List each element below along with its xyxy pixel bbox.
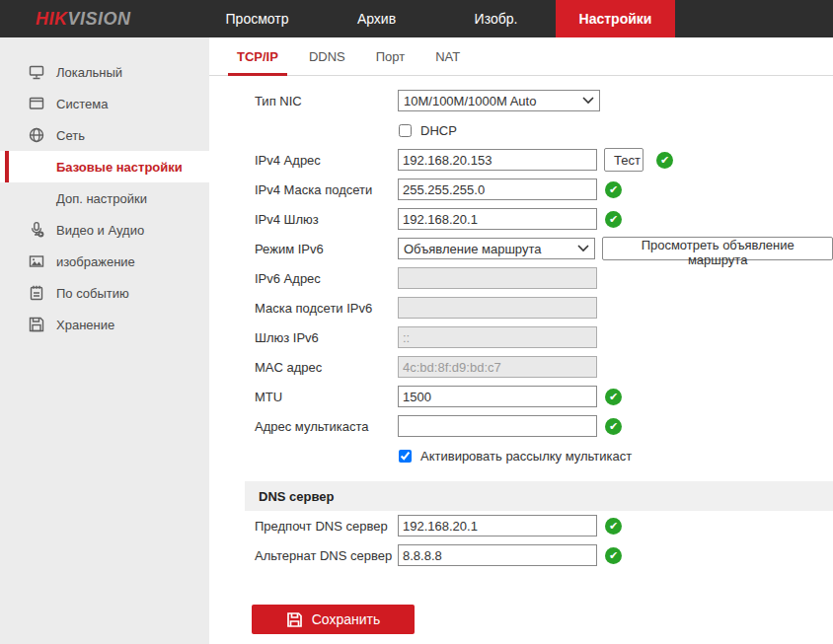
dns-section-header: DNS сервер [245, 481, 833, 511]
mac-address-row: MAC адрес [209, 352, 833, 382]
sidebar-item-label: Доп. настройки [56, 191, 147, 206]
storage-icon [28, 316, 45, 333]
view-route-advertisement-button[interactable]: Просмотреть объявление маршрута [602, 237, 833, 260]
nav-tab-live-view[interactable]: Просмотр [197, 0, 317, 37]
preferred-dns-input[interactable] [398, 515, 597, 537]
sidebar-item-label: Базовые настройки [56, 160, 183, 175]
valid-check-icon: ✔ [605, 418, 622, 435]
sidebar-item-network[interactable]: Сеть [0, 119, 209, 151]
main-content: TCP/IP DDNS Порт NAT Тип NIC 10M/100M/10… [209, 37, 833, 644]
nic-type-row: Тип NIC 10M/100M/1000M Auto [209, 86, 833, 115]
sidebar-item-advanced-settings[interactable]: Доп. настройки [0, 182, 209, 214]
image-icon [28, 252, 45, 270]
globe-icon [28, 126, 45, 144]
chevron-down-icon [577, 245, 589, 252]
save-button-label: Сохранить [312, 611, 381, 627]
window-icon [28, 95, 45, 112]
tab-nat[interactable]: NAT [426, 37, 469, 75]
alternate-dns-input[interactable] [398, 544, 597, 566]
hikvision-settings-page: HIKVISION Просмотр Архив Изобр. Настройк… [0, 0, 833, 644]
ipv4-address-input[interactable] [398, 149, 597, 171]
sidebar-item-label: изображение [56, 254, 135, 269]
sidebar-item-label: Система [56, 97, 108, 111]
ipv4-mask-label: IPv4 Маска подсети [255, 182, 398, 197]
sidebar-item-system[interactable]: Система [0, 88, 209, 119]
dhcp-label[interactable]: DHCP [420, 123, 457, 138]
multicast-enable-checkbox[interactable] [399, 450, 412, 463]
ipv6-gateway-input [398, 326, 597, 348]
preferred-dns-label: Предпочт DNS сервер [255, 519, 398, 534]
mtu-row: MTU ✔ [209, 382, 833, 411]
mac-address-input [398, 356, 597, 378]
valid-check-icon: ✔ [605, 518, 622, 535]
sidebar-item-local[interactable]: Локальный [0, 56, 209, 88]
event-icon [28, 284, 45, 302]
sidebar-item-label: По событию [56, 286, 129, 301]
chevron-down-icon [582, 97, 594, 105]
logo-hik: HIK [36, 9, 68, 30]
tab-tcpip[interactable]: TCP/IP [228, 37, 287, 75]
microphone-icon [28, 221, 45, 239]
tab-port[interactable]: Порт [367, 37, 414, 75]
main-nav: Просмотр Архив Изобр. Настройки [197, 0, 675, 37]
ipv6-address-input [398, 267, 597, 289]
nav-tab-configuration[interactable]: Настройки [556, 0, 675, 37]
sidebar-item-label: Хранение [56, 318, 114, 332]
tcpip-form: Тип NIC 10M/100M/1000M Auto DHCP IPv4 Ад… [209, 76, 833, 634]
ipv6-address-label: IPv6 Адрес [255, 271, 398, 286]
nic-type-selected-value: 10M/100M/1000M Auto [404, 94, 536, 108]
valid-check-icon: ✔ [605, 547, 622, 564]
dhcp-row: DHCP [209, 115, 833, 145]
alternate-dns-label: Альтернат DNS сервер [255, 548, 398, 563]
nic-type-label: Тип NIC [255, 94, 398, 108]
nav-tab-playback[interactable]: Архив [317, 0, 436, 37]
settings-sidebar: Локальный Система Сеть Базовые настройки… [0, 37, 209, 644]
ipv6-mode-label: Режим IPv6 [255, 242, 398, 256]
sidebar-item-storage[interactable]: Хранение [0, 309, 209, 340]
ipv6-mode-row: Режим IPv6 Объявление маршрута Просмотре… [209, 234, 833, 263]
mac-address-label: MAC адрес [255, 360, 398, 375]
valid-check-icon: ✔ [605, 389, 622, 405]
ipv4-address-row: IPv4 Адрес Тест ✔ [209, 145, 833, 175]
save-button[interactable]: Сохранить [252, 605, 415, 634]
multicast-address-input[interactable] [398, 415, 597, 437]
nic-type-select[interactable]: 10M/100M/1000M Auto [398, 90, 600, 111]
ipv4-gateway-label: IPv4 Шлюз [255, 212, 398, 227]
save-icon [286, 611, 303, 628]
ipv6-mode-select[interactable]: Объявление маршрута [398, 238, 595, 259]
dns-section-title: DNS сервер [245, 489, 334, 504]
monitor-icon [28, 63, 45, 81]
sidebar-item-label: Видео и Аудио [56, 223, 144, 238]
ipv6-mask-label: Маска подсети IPv6 [255, 301, 398, 316]
tab-ddns[interactable]: DDNS [300, 37, 354, 75]
sidebar-item-label: Локальный [56, 65, 122, 80]
network-tabs: TCP/IP DDNS Порт NAT [209, 37, 833, 76]
dhcp-checkbox[interactable] [399, 124, 412, 137]
ipv6-mask-row: Маска подсети IPv6 [209, 293, 833, 322]
mtu-input[interactable] [398, 386, 597, 407]
top-header: HIKVISION Просмотр Архив Изобр. Настройк… [0, 0, 833, 37]
sidebar-item-image[interactable]: изображение [0, 246, 209, 277]
sidebar-item-label: Сеть [56, 128, 85, 143]
nav-tab-picture[interactable]: Изобр. [436, 0, 556, 37]
ipv6-mode-selected-value: Объявление маршрута [404, 242, 541, 256]
preferred-dns-row: Предпочт DNS сервер ✔ [209, 511, 833, 540]
ipv4-address-label: IPv4 Адрес [255, 153, 398, 168]
hikvision-logo: HIKVISION [0, 0, 197, 37]
multicast-address-row: Адрес мультикаста ✔ [209, 411, 833, 441]
valid-check-icon: ✔ [656, 152, 673, 169]
multicast-enable-row: Активировать рассылку мультикаст [209, 441, 833, 470]
test-button[interactable]: Тест [604, 148, 644, 172]
multicast-address-label: Адрес мультикаста [255, 419, 398, 434]
ipv4-mask-input[interactable] [398, 179, 597, 200]
alternate-dns-row: Альтернат DNS сервер ✔ [209, 540, 833, 570]
valid-check-icon: ✔ [605, 211, 622, 228]
logo-vision: VISION [68, 9, 131, 30]
ipv4-gateway-input[interactable] [398, 208, 597, 230]
multicast-enable-label[interactable]: Активировать рассылку мультикаст [420, 449, 632, 464]
ipv6-gateway-label: Шлюз IPv6 [255, 330, 398, 345]
sidebar-item-video-audio[interactable]: Видео и Аудио [0, 214, 209, 246]
sidebar-item-basic-settings[interactable]: Базовые настройки [0, 151, 209, 182]
ipv6-address-row: IPv6 Адрес [209, 263, 833, 293]
sidebar-item-event[interactable]: По событию [0, 277, 209, 309]
